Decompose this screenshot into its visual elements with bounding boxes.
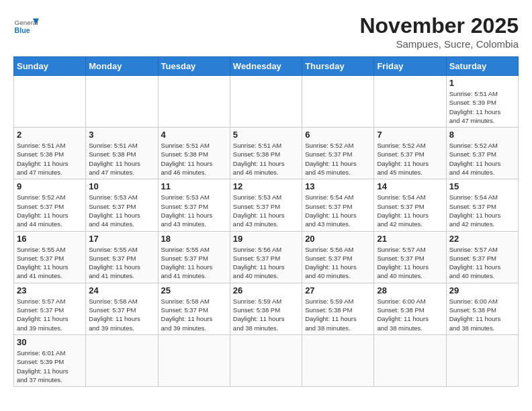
weekday-header-thursday: Thursday [302,57,374,76]
day-number: 30 [17,337,83,347]
logo: General Blue [13,13,39,39]
calendar-day-cell: 5Sunrise: 5:51 AM Sunset: 5:38 PM Daylig… [230,128,302,179]
calendar-day-cell: 11Sunrise: 5:53 AM Sunset: 5:37 PM Dayli… [158,179,230,231]
calendar-day-cell: 26Sunrise: 5:59 AM Sunset: 5:38 PM Dayli… [230,283,302,334]
weekday-header-sunday: Sunday [14,57,86,76]
day-info: Sunrise: 5:59 AM Sunset: 5:38 PM Dayligh… [305,297,371,332]
day-info: Sunrise: 5:54 AM Sunset: 5:37 PM Dayligh… [449,193,515,228]
calendar-day-cell: 6Sunrise: 5:52 AM Sunset: 5:37 PM Daylig… [302,128,374,179]
weekday-header-friday: Friday [374,57,446,76]
calendar-day-cell: 29Sunrise: 6:00 AM Sunset: 5:38 PM Dayli… [446,283,518,334]
calendar-day-cell: 13Sunrise: 5:54 AM Sunset: 5:37 PM Dayli… [302,179,374,231]
day-info: Sunrise: 5:51 AM Sunset: 5:39 PM Dayligh… [449,89,515,125]
calendar-day-cell: 25Sunrise: 5:58 AM Sunset: 5:37 PM Dayli… [158,283,230,334]
day-number: 9 [17,181,83,191]
weekday-header-saturday: Saturday [446,57,518,76]
day-number: 8 [449,130,515,140]
calendar-day-cell [374,334,446,386]
day-number: 23 [17,285,83,295]
day-info: Sunrise: 5:56 AM Sunset: 5:37 PM Dayligh… [233,245,299,281]
day-number: 16 [17,234,83,244]
day-number: 6 [305,130,371,140]
day-number: 22 [449,234,515,244]
day-info: Sunrise: 5:51 AM Sunset: 5:38 PM Dayligh… [17,141,83,177]
day-number: 20 [305,234,371,244]
calendar-day-cell: 27Sunrise: 5:59 AM Sunset: 5:38 PM Dayli… [302,283,374,334]
svg-text:Blue: Blue [15,26,30,34]
calendar-day-cell: 10Sunrise: 5:53 AM Sunset: 5:37 PM Dayli… [86,179,158,231]
calendar-day-cell: 4Sunrise: 5:51 AM Sunset: 5:38 PM Daylig… [158,128,230,179]
calendar-day-cell: 28Sunrise: 6:00 AM Sunset: 5:38 PM Dayli… [374,283,446,334]
day-number: 27 [305,285,371,295]
logo-icon: General Blue [13,13,39,39]
calendar-day-cell [86,76,158,128]
calendar-day-cell: 21Sunrise: 5:57 AM Sunset: 5:37 PM Dayli… [374,231,446,283]
day-number: 24 [89,285,154,295]
calendar-day-cell: 14Sunrise: 5:54 AM Sunset: 5:37 PM Dayli… [374,179,446,231]
calendar-day-cell: 17Sunrise: 5:55 AM Sunset: 5:37 PM Dayli… [86,231,158,283]
calendar-day-cell: 7Sunrise: 5:52 AM Sunset: 5:37 PM Daylig… [374,128,446,179]
calendar-week-row: 16Sunrise: 5:55 AM Sunset: 5:37 PM Dayli… [14,231,519,283]
day-info: Sunrise: 5:52 AM Sunset: 5:37 PM Dayligh… [449,141,515,177]
day-info: Sunrise: 5:58 AM Sunset: 5:37 PM Dayligh… [89,297,154,332]
day-info: Sunrise: 5:51 AM Sunset: 5:38 PM Dayligh… [89,141,154,177]
calendar-day-cell: 30Sunrise: 6:01 AM Sunset: 5:39 PM Dayli… [14,334,86,386]
weekday-header-wednesday: Wednesday [230,57,302,76]
day-info: Sunrise: 5:53 AM Sunset: 5:37 PM Dayligh… [89,193,154,228]
calendar-day-cell [86,334,158,386]
calendar-day-cell: 3Sunrise: 5:51 AM Sunset: 5:38 PM Daylig… [86,128,158,179]
day-number: 15 [449,181,515,191]
day-number: 26 [233,285,299,295]
calendar-day-cell: 22Sunrise: 5:57 AM Sunset: 5:37 PM Dayli… [446,231,518,283]
day-info: Sunrise: 5:54 AM Sunset: 5:37 PM Dayligh… [377,193,443,228]
day-number: 29 [449,285,515,295]
calendar-week-row: 30Sunrise: 6:01 AM Sunset: 5:39 PM Dayli… [14,334,519,386]
day-number: 25 [161,285,227,295]
day-info: Sunrise: 5:55 AM Sunset: 5:37 PM Dayligh… [17,245,83,281]
day-info: Sunrise: 5:51 AM Sunset: 5:38 PM Dayligh… [161,141,227,177]
calendar-day-cell: 23Sunrise: 5:57 AM Sunset: 5:37 PM Dayli… [14,283,86,334]
calendar-day-cell: 8Sunrise: 5:52 AM Sunset: 5:37 PM Daylig… [446,128,518,179]
calendar-day-cell [158,334,230,386]
day-info: Sunrise: 5:52 AM Sunset: 5:37 PM Dayligh… [17,193,83,228]
day-info: Sunrise: 6:00 AM Sunset: 5:38 PM Dayligh… [377,297,443,332]
calendar-day-cell [230,334,302,386]
calendar-day-cell: 20Sunrise: 5:56 AM Sunset: 5:37 PM Dayli… [302,231,374,283]
calendar-day-cell [446,334,518,386]
day-info: Sunrise: 5:53 AM Sunset: 5:37 PM Dayligh… [161,193,227,228]
calendar-day-cell: 9Sunrise: 5:52 AM Sunset: 5:37 PM Daylig… [14,179,86,231]
day-info: Sunrise: 6:00 AM Sunset: 5:38 PM Dayligh… [449,297,515,332]
day-info: Sunrise: 5:57 AM Sunset: 5:37 PM Dayligh… [377,245,443,281]
day-info: Sunrise: 5:53 AM Sunset: 5:37 PM Dayligh… [233,193,299,228]
calendar-day-cell [158,76,230,128]
day-number: 3 [89,130,154,140]
weekday-header-monday: Monday [86,57,158,76]
calendar-week-row: 23Sunrise: 5:57 AM Sunset: 5:37 PM Dayli… [14,283,519,334]
day-number: 21 [377,234,443,244]
day-number: 7 [377,130,443,140]
day-info: Sunrise: 5:52 AM Sunset: 5:37 PM Dayligh… [377,141,443,177]
day-number: 5 [233,130,299,140]
day-info: Sunrise: 5:54 AM Sunset: 5:37 PM Dayligh… [305,193,371,228]
day-info: Sunrise: 5:56 AM Sunset: 5:37 PM Dayligh… [305,245,371,281]
day-number: 17 [89,234,154,244]
calendar-day-cell [14,76,86,128]
day-info: Sunrise: 5:55 AM Sunset: 5:37 PM Dayligh… [89,245,154,281]
day-info: Sunrise: 5:59 AM Sunset: 5:38 PM Dayligh… [233,297,299,332]
weekday-header-tuesday: Tuesday [158,57,230,76]
day-number: 14 [377,181,443,191]
calendar-day-cell: 19Sunrise: 5:56 AM Sunset: 5:37 PM Dayli… [230,231,302,283]
calendar-week-row: 2Sunrise: 5:51 AM Sunset: 5:38 PM Daylig… [14,128,519,179]
day-info: Sunrise: 5:52 AM Sunset: 5:37 PM Dayligh… [305,141,371,177]
calendar-day-cell: 15Sunrise: 5:54 AM Sunset: 5:37 PM Dayli… [446,179,518,231]
calendar-day-cell: 2Sunrise: 5:51 AM Sunset: 5:38 PM Daylig… [14,128,86,179]
day-info: Sunrise: 5:51 AM Sunset: 5:38 PM Dayligh… [233,141,299,177]
day-number: 1 [449,78,515,88]
page-header: General Blue November 2025 Sampues, Sucr… [13,13,519,50]
day-number: 19 [233,234,299,244]
day-info: Sunrise: 5:57 AM Sunset: 5:37 PM Dayligh… [449,245,515,281]
calendar-day-cell [302,76,374,128]
calendar-day-cell [374,76,446,128]
day-number: 2 [17,130,83,140]
day-number: 4 [161,130,227,140]
